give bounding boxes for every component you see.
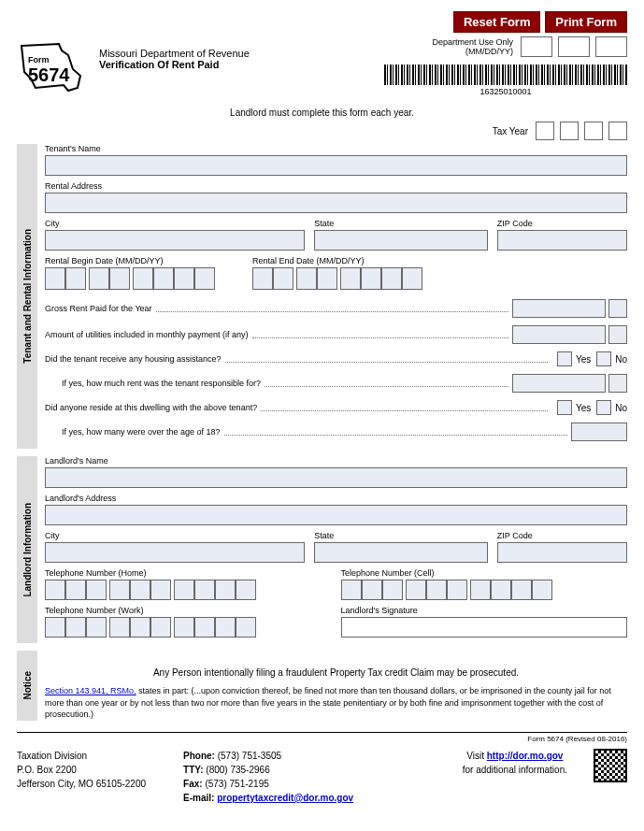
tw3[interactable] [86,617,107,638]
tc9[interactable] [511,580,532,600]
landlord-state-label: State [314,531,488,540]
end-m2[interactable] [273,267,293,290]
landlord-addr-input[interactable] [45,505,627,525]
end-y2[interactable] [361,267,381,290]
tenant-state-input[interactable] [314,230,488,251]
phone-label: Phone: [183,751,215,761]
anyone-label: Did anyone reside at this dwelling with … [45,403,257,412]
reset-button[interactable]: Reset Form [453,11,541,33]
th4[interactable] [109,580,130,600]
end-y1[interactable] [340,267,361,290]
tc8[interactable] [491,580,511,600]
print-button[interactable]: Print Form [545,11,627,33]
no-label-2: No [615,403,627,413]
website-link[interactable]: http://dor.mo.gov [487,751,564,761]
landlord-name-input[interactable] [45,467,627,488]
dept-use-mm[interactable] [521,36,552,57]
tc6[interactable] [447,580,467,600]
landlord-name-label: Landlord's Name [45,456,627,466]
tc2[interactable] [362,580,382,600]
begin-d2[interactable] [109,267,130,290]
th6[interactable] [150,580,171,600]
gross-rent-label: Gross Rent Paid for the Year [45,304,152,313]
utilities-label: Amount of utilities included in monthly … [45,330,249,339]
assist-no-checkbox[interactable] [596,351,611,366]
th10[interactable] [236,580,256,600]
begin-y1[interactable] [133,267,153,290]
tw1[interactable] [45,617,65,638]
tw7[interactable] [174,617,194,638]
th8[interactable] [194,580,215,600]
begin-m1[interactable] [45,267,65,290]
anyone-yes-checkbox[interactable] [557,400,572,415]
barcode-number: 16325010001 [384,87,627,96]
begin-y3[interactable] [174,267,194,290]
assist-yes-checkbox[interactable] [557,351,572,366]
assist-sub-input[interactable] [512,374,606,393]
landlord-city-label: City [45,531,305,540]
notice-tab: Notice [22,671,33,700]
end-m1[interactable] [252,267,273,290]
tc3[interactable] [382,580,403,600]
tel-work-label: Telephone Number (Work) [45,606,332,615]
tw5[interactable] [130,617,150,638]
statute-link[interactable]: Section 143.941, RSMo, [45,686,136,695]
form-title: Verification Of Rent Paid [99,59,384,70]
dept-use-yy[interactable] [595,36,627,57]
begin-d1[interactable] [89,267,109,290]
gross-rent-cents[interactable] [608,299,627,318]
tc5[interactable] [426,580,447,600]
tw6[interactable] [150,617,171,638]
begin-m2[interactable] [65,267,86,290]
begin-y4[interactable] [194,267,215,290]
tc7[interactable] [470,580,491,600]
begin-y2[interactable] [153,267,174,290]
tax-year-3[interactable] [584,122,603,140]
instruction-text: Landlord must complete this form each ye… [17,107,627,118]
end-y3[interactable] [381,267,402,290]
th3[interactable] [86,580,107,600]
tenant-name-input[interactable] [45,155,627,176]
tax-year-1[interactable] [536,122,554,140]
utilities-input[interactable] [512,325,606,344]
th9[interactable] [215,580,236,600]
visit-label: Visit [466,751,487,761]
email-link[interactable]: propertytaxcredit@dor.mo.gov [217,793,353,803]
landlord-tab: Landlord Information [22,503,33,597]
tax-year-2[interactable] [560,122,579,140]
tc4[interactable] [406,580,426,600]
tenant-city-input[interactable] [45,230,305,251]
over18-input[interactable] [571,423,627,441]
signature-field[interactable] [341,617,628,638]
th2[interactable] [65,580,86,600]
tw9[interactable] [215,617,236,638]
tc10[interactable] [532,580,552,600]
th7[interactable] [174,580,194,600]
fax-label: Fax: [183,779,203,789]
th1[interactable] [45,580,65,600]
tw8[interactable] [194,617,215,638]
tenant-zip-input[interactable] [497,230,627,251]
landlord-zip-input[interactable] [497,542,627,563]
dept-use-label: Department Use Only [432,37,513,47]
dept-use-dd[interactable] [558,36,590,57]
end-y4[interactable] [402,267,422,290]
landlord-city-input[interactable] [45,542,305,563]
landlord-state-input[interactable] [314,542,488,563]
tw4[interactable] [109,617,130,638]
tw2[interactable] [65,617,86,638]
rental-address-input[interactable] [45,193,627,213]
tc1[interactable] [341,580,362,600]
gross-rent-input[interactable] [512,299,606,318]
tw10[interactable] [236,617,256,638]
additional-info: for additional information. [463,763,567,777]
end-d1[interactable] [296,267,317,290]
footer-addr2: P.O. Box 2200 [17,763,146,777]
form-revision: Form 5674 (Revised 08-2016) [17,732,627,743]
th5[interactable] [130,580,150,600]
tax-year-4[interactable] [608,122,627,140]
assist-sub-cents[interactable] [608,374,627,393]
end-d2[interactable] [317,267,337,290]
anyone-no-checkbox[interactable] [596,400,611,415]
utilities-cents[interactable] [608,325,627,344]
